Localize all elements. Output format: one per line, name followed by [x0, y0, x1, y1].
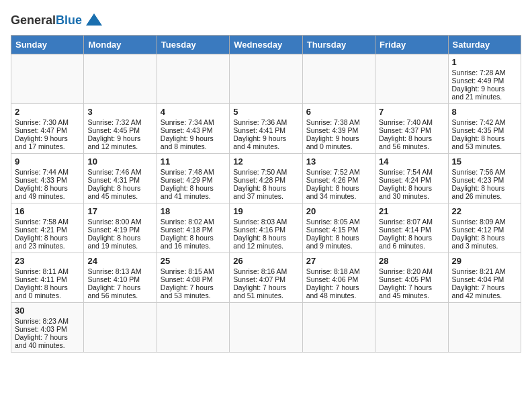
weekday-header: Thursday [302, 36, 375, 54]
page-header: GeneralBlue [11, 11, 521, 30]
day-number: 5 [233, 107, 298, 117]
logo-icon [85, 11, 103, 30]
day-number: 16 [15, 206, 80, 216]
day-number: 18 [161, 206, 226, 216]
day-number: 26 [233, 256, 298, 266]
calendar-cell [375, 303, 448, 353]
day-number: 7 [379, 107, 444, 117]
day-number: 3 [87, 107, 152, 117]
day-info: Sunrise: 8:07 AM Sunset: 4:14 PM Dayligh… [379, 218, 433, 250]
calendar-cell: 18Sunrise: 8:02 AM Sunset: 4:18 PM Dayli… [157, 203, 229, 253]
calendar-cell: 22Sunrise: 8:09 AM Sunset: 4:12 PM Dayli… [448, 203, 521, 253]
calendar-cell: 27Sunrise: 8:18 AM Sunset: 4:06 PM Dayli… [302, 253, 375, 303]
day-info: Sunrise: 7:44 AM Sunset: 4:33 PM Dayligh… [15, 168, 69, 200]
day-info: Sunrise: 8:15 AM Sunset: 4:08 PM Dayligh… [161, 267, 214, 300]
calendar-cell: 2Sunrise: 7:30 AM Sunset: 4:47 PM Daylig… [11, 104, 84, 154]
calendar-cell: 23Sunrise: 8:11 AM Sunset: 4:11 PM Dayli… [11, 253, 84, 303]
day-number: 8 [452, 107, 517, 117]
calendar-week-row: 30Sunrise: 8:23 AM Sunset: 4:03 PM Dayli… [11, 303, 521, 353]
day-info: Sunrise: 7:58 AM Sunset: 4:21 PM Dayligh… [15, 218, 69, 250]
day-info: Sunrise: 7:52 AM Sunset: 4:26 PM Dayligh… [306, 168, 360, 200]
calendar-cell: 12Sunrise: 7:50 AM Sunset: 4:28 PM Dayli… [230, 154, 302, 203]
day-number: 6 [306, 107, 371, 117]
calendar-header-row: SundayMondayTuesdayWednesdayThursdayFrid… [11, 36, 521, 54]
calendar-cell [11, 54, 84, 104]
calendar-week-row: 16Sunrise: 7:58 AM Sunset: 4:21 PM Dayli… [11, 203, 521, 253]
calendar-cell: 28Sunrise: 8:20 AM Sunset: 4:05 PM Dayli… [375, 253, 448, 303]
calendar-week-row: 23Sunrise: 8:11 AM Sunset: 4:11 PM Dayli… [11, 253, 521, 303]
weekday-header: Friday [375, 36, 448, 54]
svg-marker-0 [86, 13, 102, 26]
day-info: Sunrise: 8:09 AM Sunset: 4:12 PM Dayligh… [452, 218, 506, 250]
day-info: Sunrise: 7:54 AM Sunset: 4:24 PM Dayligh… [379, 168, 433, 200]
day-info: Sunrise: 8:13 AM Sunset: 4:10 PM Dayligh… [87, 267, 141, 300]
day-info: Sunrise: 7:28 AM Sunset: 4:49 PM Dayligh… [452, 68, 506, 101]
day-info: Sunrise: 7:42 AM Sunset: 4:35 PM Dayligh… [452, 118, 506, 150]
day-number: 1 [452, 57, 517, 67]
day-number: 12 [233, 156, 298, 167]
calendar-cell: 10Sunrise: 7:46 AM Sunset: 4:31 PM Dayli… [84, 154, 157, 203]
calendar-cell: 30Sunrise: 8:23 AM Sunset: 4:03 PM Dayli… [11, 303, 84, 353]
day-number: 10 [87, 156, 152, 167]
day-number: 11 [161, 156, 226, 167]
day-info: Sunrise: 7:34 AM Sunset: 4:43 PM Dayligh… [161, 118, 214, 150]
day-info: Sunrise: 7:30 AM Sunset: 4:47 PM Dayligh… [15, 118, 69, 150]
weekday-header: Wednesday [230, 36, 302, 54]
calendar-cell: 3Sunrise: 7:32 AM Sunset: 4:45 PM Daylig… [84, 104, 157, 154]
day-number: 30 [15, 306, 80, 316]
day-number: 22 [452, 206, 517, 216]
weekday-header: Sunday [11, 36, 84, 54]
day-info: Sunrise: 7:46 AM Sunset: 4:31 PM Dayligh… [87, 168, 141, 200]
day-number: 2 [15, 107, 80, 117]
calendar-cell: 19Sunrise: 8:03 AM Sunset: 4:16 PM Dayli… [230, 203, 302, 253]
weekday-header: Tuesday [157, 36, 229, 54]
day-number: 17 [87, 206, 152, 216]
day-number: 14 [379, 156, 444, 167]
calendar-week-row: 2Sunrise: 7:30 AM Sunset: 4:47 PM Daylig… [11, 104, 521, 154]
day-number: 19 [233, 206, 298, 216]
calendar-cell [157, 303, 229, 353]
calendar-cell [84, 303, 157, 353]
day-info: Sunrise: 8:00 AM Sunset: 4:19 PM Dayligh… [87, 218, 141, 250]
day-info: Sunrise: 8:11 AM Sunset: 4:11 PM Dayligh… [15, 267, 69, 300]
calendar-cell: 1Sunrise: 7:28 AM Sunset: 4:49 PM Daylig… [448, 54, 521, 104]
day-info: Sunrise: 7:56 AM Sunset: 4:23 PM Dayligh… [452, 168, 506, 200]
day-info: Sunrise: 7:48 AM Sunset: 4:29 PM Dayligh… [161, 168, 214, 200]
calendar-cell: 26Sunrise: 8:16 AM Sunset: 4:07 PM Dayli… [230, 253, 302, 303]
day-info: Sunrise: 8:18 AM Sunset: 4:06 PM Dayligh… [306, 267, 360, 300]
day-info: Sunrise: 7:36 AM Sunset: 4:41 PM Dayligh… [233, 118, 287, 150]
weekday-header: Monday [84, 36, 157, 54]
calendar-week-row: 1Sunrise: 7:28 AM Sunset: 4:49 PM Daylig… [11, 54, 521, 104]
calendar-week-row: 9Sunrise: 7:44 AM Sunset: 4:33 PM Daylig… [11, 154, 521, 203]
calendar-cell: 13Sunrise: 7:52 AM Sunset: 4:26 PM Dayli… [302, 154, 375, 203]
day-number: 13 [306, 156, 371, 167]
day-number: 20 [306, 206, 371, 216]
calendar-cell: 25Sunrise: 8:15 AM Sunset: 4:08 PM Dayli… [157, 253, 229, 303]
day-number: 28 [379, 256, 444, 266]
day-info: Sunrise: 7:50 AM Sunset: 4:28 PM Dayligh… [233, 168, 287, 200]
day-info: Sunrise: 8:20 AM Sunset: 4:05 PM Dayligh… [379, 267, 433, 300]
calendar-cell [84, 54, 157, 104]
day-info: Sunrise: 8:02 AM Sunset: 4:18 PM Dayligh… [161, 218, 214, 250]
calendar-cell [230, 54, 302, 104]
calendar-cell: 7Sunrise: 7:40 AM Sunset: 4:37 PM Daylig… [375, 104, 448, 154]
day-number: 29 [452, 256, 517, 266]
calendar-cell [375, 54, 448, 104]
calendar-cell: 16Sunrise: 7:58 AM Sunset: 4:21 PM Dayli… [11, 203, 84, 253]
day-info: Sunrise: 7:40 AM Sunset: 4:37 PM Dayligh… [379, 118, 433, 150]
calendar-cell [448, 303, 521, 353]
calendar-cell [302, 303, 375, 353]
calendar-cell [302, 54, 375, 104]
calendar-cell: 14Sunrise: 7:54 AM Sunset: 4:24 PM Dayli… [375, 154, 448, 203]
day-number: 9 [15, 156, 80, 167]
calendar-cell [157, 54, 229, 104]
day-info: Sunrise: 8:03 AM Sunset: 4:16 PM Dayligh… [233, 218, 287, 250]
logo: GeneralBlue [11, 11, 103, 30]
calendar-cell: 6Sunrise: 7:38 AM Sunset: 4:39 PM Daylig… [302, 104, 375, 154]
day-number: 21 [379, 206, 444, 216]
calendar-cell: 5Sunrise: 7:36 AM Sunset: 4:41 PM Daylig… [230, 104, 302, 154]
calendar-cell: 29Sunrise: 8:21 AM Sunset: 4:04 PM Dayli… [448, 253, 521, 303]
day-info: Sunrise: 8:23 AM Sunset: 4:03 PM Dayligh… [15, 317, 69, 349]
weekday-header: Saturday [448, 36, 521, 54]
day-info: Sunrise: 7:38 AM Sunset: 4:39 PM Dayligh… [306, 118, 360, 150]
